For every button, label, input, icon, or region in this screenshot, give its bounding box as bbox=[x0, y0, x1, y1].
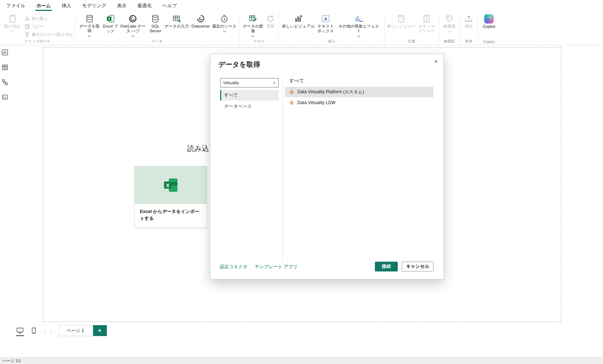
get-data-label: データを取得 bbox=[77, 24, 102, 33]
report-view-icon bbox=[2, 49, 8, 56]
mobile-view-button[interactable] bbox=[28, 325, 39, 336]
table-view-icon bbox=[2, 64, 8, 70]
svg-text:X: X bbox=[108, 17, 110, 21]
dataverse-label: Dataverse bbox=[191, 24, 210, 29]
onelake-hub-button[interactable]: OneLake データ ハブ bbox=[120, 13, 146, 37]
search-input[interactable] bbox=[220, 81, 270, 85]
results-header: すべて bbox=[289, 78, 304, 84]
copy-button[interactable]: コピー bbox=[25, 23, 73, 30]
dialog-divider bbox=[283, 78, 283, 261]
more-visuals-icon bbox=[354, 14, 363, 23]
group-label-data: データ bbox=[75, 39, 239, 44]
publish-label: 発行 bbox=[465, 24, 473, 29]
group-label-share: 共有 bbox=[460, 39, 478, 44]
gear-icon bbox=[289, 90, 294, 95]
import-excel-card[interactable]: X Excel からデータをインポートする bbox=[134, 166, 207, 228]
ribbon-group-query: データの変換 更新 クエリ bbox=[239, 12, 279, 45]
menu-help[interactable]: ヘルプ bbox=[157, 0, 182, 12]
transform-data-button[interactable]: データの変換 bbox=[242, 13, 264, 37]
excel-logo-icon: X bbox=[163, 177, 178, 193]
chevron-down-icon bbox=[131, 34, 134, 37]
ribbon-group-data: データを取得 X Excel ブック OneLake データ ハブ bbox=[75, 12, 239, 45]
sensitivity-button[interactable]: 秘密度 bbox=[441, 13, 457, 32]
dialog-close-button[interactable]: × bbox=[431, 56, 441, 66]
cancel-button[interactable]: キャンセル bbox=[402, 262, 434, 271]
new-measure-label: 新しいメジャー bbox=[387, 24, 416, 29]
transform-data-icon bbox=[248, 14, 258, 23]
connector-item-data-virtuality-ldw[interactable]: Data Virtuality LDW bbox=[285, 97, 433, 108]
next-page-button[interactable]: › bbox=[48, 325, 54, 336]
chevron-right-icon: › bbox=[50, 328, 52, 334]
quick-measure-button[interactable]: クイック メジャー bbox=[416, 13, 437, 33]
ribbon-group-insert: 新しいビジュアル A テキスト ボックス その他の視覚エフェクト 挿入 bbox=[279, 12, 385, 45]
clipboard-small-buttons: 切り取り コピー 書式のコピー/貼り付け bbox=[25, 13, 73, 38]
category-database[interactable]: データベース bbox=[220, 101, 279, 112]
table-view-button[interactable] bbox=[1, 64, 9, 71]
format-painter-icon bbox=[25, 32, 30, 37]
certified-connectors-link[interactable]: 認定コネクタ bbox=[220, 264, 247, 270]
dataverse-button[interactable]: Dataverse bbox=[190, 13, 211, 29]
dax-query-view-icon bbox=[2, 94, 8, 100]
add-page-button[interactable]: + bbox=[93, 325, 107, 336]
page-tab[interactable]: ページ 1 bbox=[59, 325, 92, 336]
scissors-icon bbox=[25, 16, 30, 21]
format-painter-button[interactable]: 書式のコピー/貼り付け bbox=[25, 31, 73, 38]
category-database-label: データベース bbox=[224, 103, 252, 110]
paste-button[interactable]: 貼り付け bbox=[3, 13, 22, 38]
dax-query-view-button[interactable] bbox=[1, 93, 9, 101]
report-view-button[interactable] bbox=[1, 49, 9, 56]
copilot-label: Copilot bbox=[483, 24, 495, 29]
dialog-title: データを取得 bbox=[218, 60, 260, 69]
sql-server-button[interactable]: SQL Server bbox=[147, 13, 163, 33]
menu-optimize[interactable]: 最適化 bbox=[132, 0, 157, 12]
excel-card-label: Excel からデータをインポートする bbox=[135, 204, 207, 226]
clear-search-button[interactable]: × bbox=[270, 81, 278, 85]
loading-text: 読み込 bbox=[187, 144, 209, 154]
prev-page-button[interactable]: ‹ bbox=[42, 325, 48, 336]
refresh-label: 更新 bbox=[267, 24, 275, 29]
model-view-button[interactable] bbox=[1, 78, 9, 86]
chevron-down-icon bbox=[223, 29, 226, 32]
group-label-calculations: 計算 bbox=[385, 39, 439, 44]
menu-insert[interactable]: 挿入 bbox=[56, 0, 77, 12]
refresh-button[interactable]: 更新 bbox=[265, 13, 276, 29]
enter-data-button[interactable]: データの入力 bbox=[164, 13, 189, 29]
menu-view[interactable]: 表示 bbox=[112, 0, 132, 12]
copilot-button[interactable]: Copilot bbox=[480, 13, 498, 29]
status-bar: ページ 1/1 bbox=[0, 357, 603, 364]
publish-button[interactable]: 発行 bbox=[462, 13, 475, 29]
cut-button[interactable]: 切り取り bbox=[25, 15, 73, 22]
ribbon-group-share: 発行 共有 bbox=[460, 12, 478, 45]
chevron-down-icon bbox=[11, 29, 14, 32]
clear-icon: × bbox=[273, 81, 275, 85]
publish-icon bbox=[464, 14, 473, 23]
menu-file[interactable]: ファイル bbox=[1, 0, 31, 12]
new-visual-button[interactable]: 新しいビジュアル bbox=[282, 13, 315, 29]
transform-data-label: データの変換 bbox=[242, 24, 264, 33]
format-painter-label: 書式のコピー/貼り付け bbox=[32, 32, 73, 37]
template-apps-link[interactable]: テンプレート アプリ bbox=[255, 264, 298, 270]
get-data-button[interactable]: データを取得 bbox=[77, 13, 102, 37]
ribbon-group-sensitivity: 秘密度 秘密度 bbox=[439, 12, 460, 45]
excel-card-illustration: X bbox=[135, 166, 207, 204]
quick-measure-label: クイック メジャー bbox=[416, 24, 437, 33]
text-box-button[interactable]: A テキスト ボックス bbox=[316, 13, 336, 33]
menu-modeling[interactable]: モデリング bbox=[77, 0, 112, 12]
category-all[interactable]: すべて bbox=[220, 90, 279, 101]
onelake-icon bbox=[128, 14, 137, 23]
connect-button[interactable]: 接続 bbox=[375, 262, 398, 271]
svg-text:A: A bbox=[324, 17, 327, 21]
more-visuals-button[interactable]: その他の視覚エフェクト bbox=[337, 13, 381, 37]
excel-workbook-button[interactable]: X Excel ブック bbox=[102, 13, 119, 33]
close-icon: × bbox=[434, 58, 438, 64]
recent-sources-button[interactable]: 最近のソース bbox=[212, 13, 237, 32]
ribbon: 貼り付け 切り取り コピー bbox=[0, 12, 603, 45]
copy-label: コピー bbox=[32, 24, 44, 29]
new-visual-label: 新しいビジュアル bbox=[282, 24, 315, 29]
connector-label: Data Virtuality Platform (カスタム) bbox=[298, 89, 364, 95]
new-measure-button[interactable]: 新しいメジャー bbox=[387, 13, 416, 29]
desktop-view-button[interactable] bbox=[15, 325, 25, 336]
menu-home[interactable]: ホーム bbox=[31, 0, 56, 12]
connector-item-data-virtuality-platform[interactable]: Data Virtuality Platform (カスタム) bbox=[285, 87, 433, 97]
paste-label: 貼り付け bbox=[4, 24, 21, 29]
